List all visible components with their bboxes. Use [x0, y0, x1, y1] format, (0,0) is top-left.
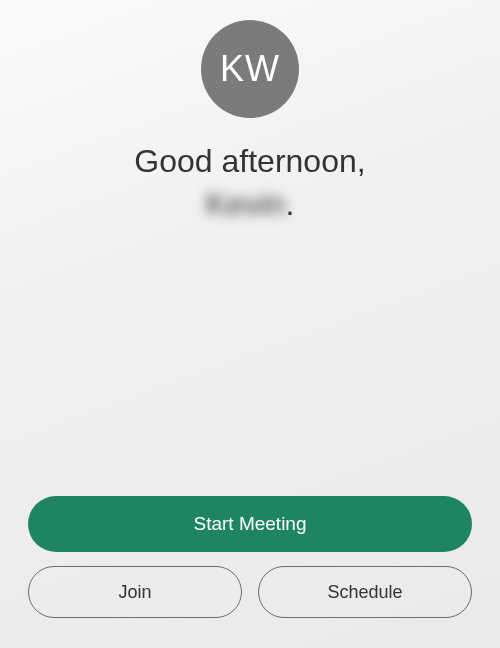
greeting-prefix: Good afternoon, [134, 143, 365, 179]
greeting-name: Kevin [206, 183, 286, 226]
schedule-button[interactable]: Schedule [258, 566, 472, 618]
greeting-suffix: . [286, 186, 295, 222]
start-meeting-button[interactable]: Start Meeting [28, 496, 472, 552]
greeting-text: Good afternoon, Kevin. [134, 140, 365, 226]
join-button[interactable]: Join [28, 566, 242, 618]
secondary-button-row: Join Schedule [28, 566, 472, 618]
avatar-initials: KW [220, 48, 280, 90]
action-buttons: Start Meeting Join Schedule [0, 496, 500, 648]
avatar[interactable]: KW [201, 20, 299, 118]
greeting-section: KW Good afternoon, Kevin. [0, 0, 500, 496]
